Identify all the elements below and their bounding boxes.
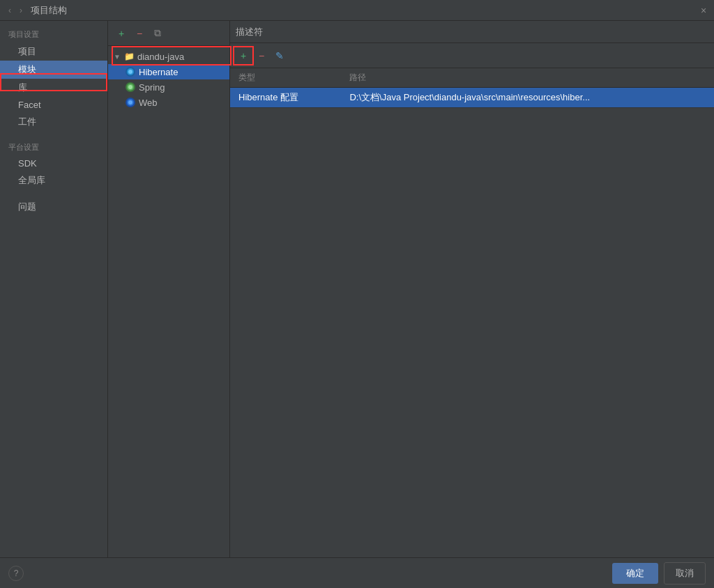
bottom-bar: 确定 取消 xyxy=(0,557,714,588)
web-icon xyxy=(125,97,136,108)
title-bar: ‹ › 项目结构 × xyxy=(0,0,714,21)
forward-button[interactable]: › xyxy=(17,4,25,17)
cancel-button[interactable]: 取消 xyxy=(664,562,706,585)
sidebar-item-problems[interactable]: 问题 xyxy=(0,198,107,216)
spring-icon xyxy=(125,82,136,93)
ok-button[interactable]: 确定 xyxy=(612,563,658,584)
svg-point-5 xyxy=(128,85,132,89)
module-add-button[interactable]: + xyxy=(114,26,129,41)
title-bar-left: ‹ › 项目结构 xyxy=(6,4,67,17)
window-title: 项目结构 xyxy=(31,4,67,17)
title-bar-nav: ‹ › xyxy=(6,4,25,17)
module-remove-button[interactable]: − xyxy=(132,26,147,41)
tree-label-web: Web xyxy=(139,98,158,108)
sidebar-item-project[interactable]: 项目 xyxy=(0,42,107,61)
row-path: D:\文档\Java Project\diandu-java\src\main\… xyxy=(341,88,714,108)
project-settings-label: 项目设置 xyxy=(0,26,107,42)
sidebar-item-global-library[interactable]: 全局库 xyxy=(0,171,107,189)
config-table: 类型 路径 Hibernate 配置 D:\文档\Java Project\di… xyxy=(230,68,714,108)
close-button[interactable]: × xyxy=(699,6,708,15)
module-tree: ▼ 📁 diandu-java Hibernate xyxy=(108,46,229,557)
row-type: Hibernate 配置 xyxy=(230,88,341,108)
svg-point-2 xyxy=(128,70,132,74)
module-copy-button[interactable]: ⧉ xyxy=(150,26,165,41)
col-type-header: 类型 xyxy=(230,68,341,88)
sidebar-item-library[interactable]: 库 xyxy=(0,79,107,97)
table-row[interactable]: Hibernate 配置 D:\文档\Java Project\diandu-j… xyxy=(230,88,714,108)
tree-label-root: diandu-java xyxy=(137,52,184,62)
tree-item-spring[interactable]: Spring xyxy=(108,79,229,95)
back-button[interactable]: ‹ xyxy=(6,4,14,17)
col-path-header: 路径 xyxy=(341,68,714,88)
tree-item-root[interactable]: ▼ 📁 diandu-java xyxy=(108,49,229,64)
module-panel-toolbar: + − ⧉ xyxy=(108,21,229,46)
svg-point-8 xyxy=(128,100,132,105)
tree-item-web[interactable]: Web xyxy=(108,95,229,110)
module-panel: + − ⧉ ▼ 📁 diandu-java Hibernate xyxy=(108,21,230,557)
descriptor-edit-button[interactable]: ✎ xyxy=(272,48,287,63)
sidebar-item-modules[interactable]: 模块 xyxy=(0,61,107,79)
sidebar-item-artifact[interactable]: 工件 xyxy=(0,113,107,131)
descriptor-remove-button[interactable]: − xyxy=(254,48,269,63)
sidebar-item-facet[interactable]: Facet xyxy=(0,97,107,113)
tree-label-spring: Spring xyxy=(139,82,165,93)
tree-label-hibernate: Hibernate xyxy=(139,67,178,77)
right-toolbar: + − ✎ xyxy=(230,43,714,68)
hibernate-icon xyxy=(125,66,136,77)
sidebar: 项目设置 项目 模块 库 Facet 工件 平台设置 SDK 全局库 问题 xyxy=(0,21,108,557)
right-panel: 描述符 + − ✎ 类型 路径 Hibernate 配置 D:\文档\Java … xyxy=(230,21,714,557)
sidebar-item-sdk[interactable]: SDK xyxy=(0,155,107,171)
folder-icon: 📁 xyxy=(123,51,135,62)
tree-arrow-root: ▼ xyxy=(114,53,121,61)
main-container: 项目设置 项目 模块 库 Facet 工件 平台设置 SDK 全局库 问题 + … xyxy=(0,21,714,557)
tree-item-hibernate[interactable]: Hibernate xyxy=(108,64,229,79)
help-icon[interactable]: ? xyxy=(8,566,24,581)
descriptor-title: 描述符 xyxy=(230,21,714,43)
platform-settings-label: 平台设置 xyxy=(0,139,107,155)
descriptor-add-button[interactable]: + xyxy=(236,48,251,63)
